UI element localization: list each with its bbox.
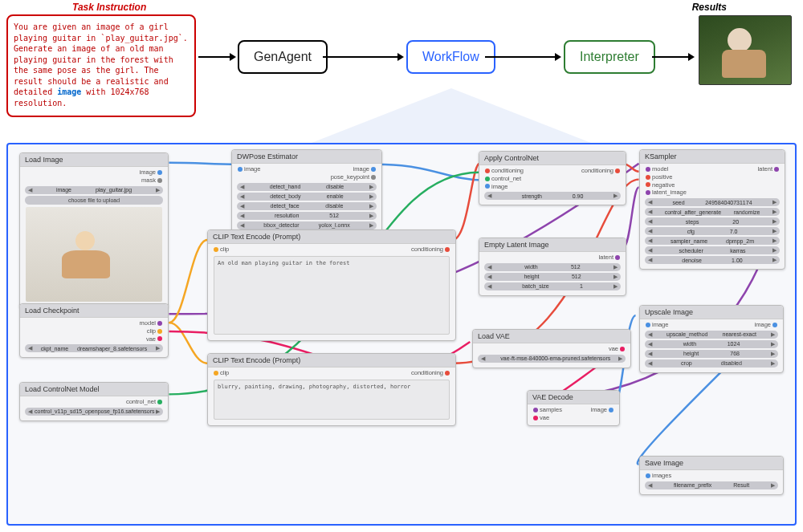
node-load-checkpoint[interactable]: Load Checkpoint model clip vae ◀ckpt_nam…: [19, 303, 169, 358]
workflow-graph-panel[interactable]: Load Image image mask ◀imageplay_guitar.…: [6, 143, 797, 526]
node-clip-positive[interactable]: CLIP Text Encode (Prompt) clipconditioni…: [207, 229, 456, 341]
node-vae-decode[interactable]: VAE Decode samplesimage vae: [527, 390, 620, 426]
node-title: CLIP Text Encode (Prompt): [208, 354, 455, 368]
node-title: Save Image: [640, 457, 783, 470]
node-upscale[interactable]: Upscale Image imageimage ◀upscale_method…: [639, 305, 784, 373]
param-image[interactable]: ◀imageplay_guitar.jpg▶: [25, 186, 163, 194]
node-load-controlnet[interactable]: Load ControlNet Model control_net ◀contr…: [19, 382, 169, 421]
task-instruction-box: You are given an image of a girl playing…: [6, 14, 196, 117]
expansion-indicator: [312, 88, 591, 143]
prompt-text[interactable]: blurry, painting, drawing, photography, …: [214, 380, 450, 420]
genagent-box: GenAgent: [238, 40, 328, 74]
arrow-icon: [485, 56, 559, 58]
node-clip-negative[interactable]: CLIP Text Encode (Prompt) clipconditioni…: [207, 353, 456, 426]
node-title: VAE Decode: [528, 391, 619, 404]
prompt-text[interactable]: An old man playing guitar in the forest: [214, 256, 450, 335]
pipeline-header: Task Instruction You are given an image …: [0, 0, 803, 140]
image-preview: [26, 207, 162, 302]
node-title: Upscale Image: [640, 306, 783, 319]
node-title: Load Checkpoint: [20, 304, 168, 318]
node-apply-controlnet[interactable]: Apply ControlNet conditioningconditionin…: [479, 151, 626, 205]
arrow-icon: [198, 56, 234, 58]
result-image: [699, 15, 792, 85]
task-instruction-label: Task Instruction: [72, 2, 146, 13]
interpreter-box: Interpreter: [564, 40, 655, 74]
node-title: Apply ControlNet: [479, 152, 626, 165]
node-load-image[interactable]: Load Image image mask ◀imageplay_guitar.…: [19, 152, 169, 308]
task-text-highlight: image: [57, 87, 81, 96]
node-title: Load VAE: [473, 330, 630, 343]
node-ksampler[interactable]: KSampler modellatent positive negative l…: [639, 149, 785, 270]
workflow-box: WorkFlow: [406, 40, 495, 74]
node-empty-latent[interactable]: Empty Latent Image latent ◀width512▶ ◀he…: [479, 238, 626, 296]
results-label: Results: [692, 2, 727, 13]
task-text-prefix: You are given an image of a girl playing…: [14, 22, 188, 96]
node-title: DWPose Estimator: [232, 150, 381, 164]
node-title: Load Image: [20, 153, 168, 167]
param-controlnet[interactable]: ◀control_v11p_sd15_openpose_fp16.safeten…: [25, 408, 163, 416]
arrow-icon: [652, 56, 692, 58]
node-load-vae[interactable]: Load VAE vae ◀vae-ft-mse-840000-ema-prun…: [472, 329, 631, 368]
node-title: CLIP Text Encode (Prompt): [208, 230, 455, 244]
param-ckpt[interactable]: ◀ckpt_namedreamshaper_8.safetensors▶: [25, 344, 163, 352]
node-title: Load ControlNet Model: [20, 383, 168, 396]
upload-button[interactable]: choose file to upload: [25, 196, 163, 205]
arrow-icon: [323, 56, 402, 58]
node-title: KSampler: [640, 150, 785, 164]
node-title: Empty Latent Image: [479, 238, 626, 252]
node-save-image[interactable]: Save Image images ◀filename_prefixResult…: [639, 456, 784, 495]
